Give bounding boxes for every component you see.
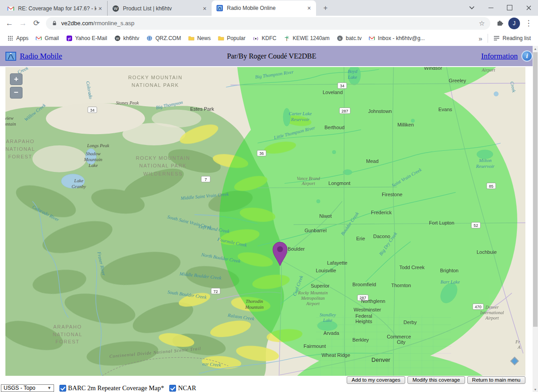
wordpress-icon: W bbox=[114, 35, 121, 41]
zoom-out-button[interactable]: − bbox=[10, 87, 23, 99]
map-label: Milton bbox=[479, 158, 492, 163]
modify-this-coverage-button[interactable]: Modify this coverage bbox=[407, 376, 465, 384]
gmail-icon bbox=[7, 5, 14, 12]
bookmarks-bar: AppsGmaily!Yahoo E-MailWkh6htvQRZ.COMNew… bbox=[0, 31, 538, 46]
map-label: Mountain bbox=[245, 305, 264, 310]
return-to-main-menu-button[interactable]: Return to main menu bbox=[467, 376, 525, 384]
svg-text:34: 34 bbox=[340, 84, 344, 88]
add-to-my-coverages-button[interactable]: Add to my coverages bbox=[347, 376, 405, 384]
bookmark-label: Yahoo E-Mail bbox=[75, 35, 107, 41]
map-label: Derby bbox=[403, 320, 417, 325]
close-window-button[interactable] bbox=[519, 0, 538, 15]
map-label: Airport bbox=[306, 301, 320, 306]
scrollbar-thumb[interactable] bbox=[533, 52, 538, 327]
bookmark-label: Popular bbox=[227, 35, 245, 41]
map-label: Milliken bbox=[398, 122, 414, 127]
map-label: Niwot bbox=[319, 213, 331, 219]
bookmark-yahoo-e-mail[interactable]: y!Yahoo E-Mail bbox=[63, 33, 111, 44]
browser-tab[interactable]: Radio Mobile Online × bbox=[212, 0, 316, 16]
svg-text:W: W bbox=[116, 36, 119, 41]
highway-shield: 72 bbox=[211, 288, 220, 294]
folder-icon bbox=[218, 35, 224, 41]
map-label: Longmont bbox=[329, 180, 351, 186]
bookmark-star-icon[interactable]: ☆ bbox=[479, 19, 485, 27]
map-label: NATIONAL bbox=[53, 332, 82, 337]
maximize-icon bbox=[507, 5, 512, 10]
tab-close-icon[interactable]: × bbox=[201, 5, 208, 12]
svg-text:36: 36 bbox=[259, 151, 264, 156]
layer-select[interactable]: USGS - Topo ▼ bbox=[1, 384, 54, 392]
scroll-up-icon[interactable]: ▲ bbox=[533, 46, 538, 51]
bookmark-kewe-1240am[interactable]: KEWE 1240am bbox=[280, 33, 333, 44]
map-label: Rocky Mountain bbox=[298, 290, 328, 295]
wordpress-icon: W bbox=[112, 5, 119, 12]
browser-menu-icon[interactable]: ⋮ bbox=[522, 17, 535, 30]
map-label: Airport bbox=[485, 315, 499, 320]
globe-icon bbox=[146, 35, 153, 41]
svg-text:34: 34 bbox=[90, 108, 95, 113]
new-tab-button[interactable]: + bbox=[320, 2, 331, 14]
map-label: A bbox=[517, 345, 521, 350]
information-link[interactable]: Information bbox=[481, 52, 518, 61]
tab-close-icon[interactable]: × bbox=[305, 5, 313, 12]
bookmark-batc-tv[interactable]: bbatc.tv bbox=[333, 33, 365, 44]
svg-text:72: 72 bbox=[213, 289, 218, 294]
map-label: Lafayette bbox=[327, 260, 347, 266]
minimize-button[interactable] bbox=[481, 0, 500, 15]
scroll-down-icon[interactable]: ▼ bbox=[533, 387, 538, 392]
zoom-in-button[interactable]: + bbox=[10, 73, 23, 85]
browser-tab[interactable]: W Product List | kh6htv × bbox=[107, 1, 212, 16]
browser-tab[interactable]: RE: Coverage Map for 147.6? - kh × bbox=[3, 1, 107, 16]
site-header: Radio Mobile Par/By Roger Coudé VE2DBE I… bbox=[0, 46, 538, 66]
map-label: Broomfield bbox=[353, 282, 376, 287]
map-label: Vance Brand bbox=[297, 176, 320, 181]
forward-button[interactable]: → bbox=[16, 17, 30, 30]
tab-close-icon[interactable]: × bbox=[96, 5, 104, 12]
bookmark-news[interactable]: News bbox=[185, 33, 214, 44]
highway-shield: 7 bbox=[201, 176, 210, 182]
map-label: Northglenn bbox=[361, 298, 385, 304]
map-label: Carter Lake bbox=[289, 111, 312, 116]
map-label: Windsor bbox=[424, 67, 443, 71]
radio-mobile-link[interactable]: Radio Mobile bbox=[20, 52, 62, 61]
bookmark-apps[interactable]: Apps bbox=[4, 33, 32, 44]
reload-button[interactable]: ⟳ bbox=[30, 17, 43, 30]
apps-icon bbox=[7, 35, 14, 41]
close-icon bbox=[526, 5, 531, 10]
bookmark-qrz-com[interactable]: QRZ.COM bbox=[143, 33, 185, 44]
reading-list-button[interactable]: Reading list bbox=[490, 35, 534, 41]
svg-text:470: 470 bbox=[475, 305, 481, 309]
info-icon[interactable]: i bbox=[521, 50, 533, 62]
bookmark-kh6htv[interactable]: Wkh6htv bbox=[111, 33, 143, 44]
bookmark-kdfc[interactable]: KDFC bbox=[249, 33, 280, 44]
back-button[interactable]: ← bbox=[3, 17, 16, 30]
layer-checkbox[interactable] bbox=[169, 385, 176, 392]
bookmark-label: KEWE 1240am bbox=[293, 35, 330, 41]
map-label: ARAPAHO bbox=[53, 324, 81, 329]
map-label: ARAPAHO bbox=[6, 139, 34, 144]
tab-search-chevron-icon[interactable] bbox=[462, 0, 481, 15]
map-label: Denver bbox=[371, 356, 391, 363]
bookmark-gmail[interactable]: Gmail bbox=[32, 33, 62, 44]
svg-text:b: b bbox=[339, 36, 341, 41]
svg-text:7: 7 bbox=[204, 177, 207, 182]
map-label: Johnstown bbox=[368, 108, 392, 114]
profile-avatar[interactable]: J bbox=[508, 18, 520, 29]
lock-icon bbox=[51, 20, 58, 27]
maximize-button[interactable] bbox=[500, 0, 519, 15]
layer-checkbox[interactable] bbox=[59, 385, 66, 392]
page-scrollbar[interactable]: ▲ ▼ bbox=[533, 46, 538, 392]
extensions-puzzle-icon[interactable] bbox=[493, 17, 506, 30]
map-label: Lake bbox=[323, 318, 333, 323]
map-label: Frederick bbox=[371, 210, 392, 215]
address-bar[interactable]: ve2dbe.com/rmonline_s.asp ☆ bbox=[46, 17, 490, 30]
map-label: NATIONAL bbox=[5, 146, 35, 152]
svg-text:y!: y! bbox=[68, 36, 71, 41]
bookmark-inbox-kh6htv-g-[interactable]: Inbox - kh6htv@g... bbox=[365, 33, 428, 44]
map-label: Westminster bbox=[354, 307, 381, 312]
coverage-map[interactable]: 3434287367855272287470 CreekColoradoROCK… bbox=[5, 67, 525, 376]
bookmarks-overflow-chevron[interactable]: » bbox=[475, 35, 486, 42]
map-label: Boyd bbox=[348, 69, 357, 74]
bookmark-popular[interactable]: Popular bbox=[214, 33, 249, 44]
palm-icon bbox=[284, 35, 290, 41]
